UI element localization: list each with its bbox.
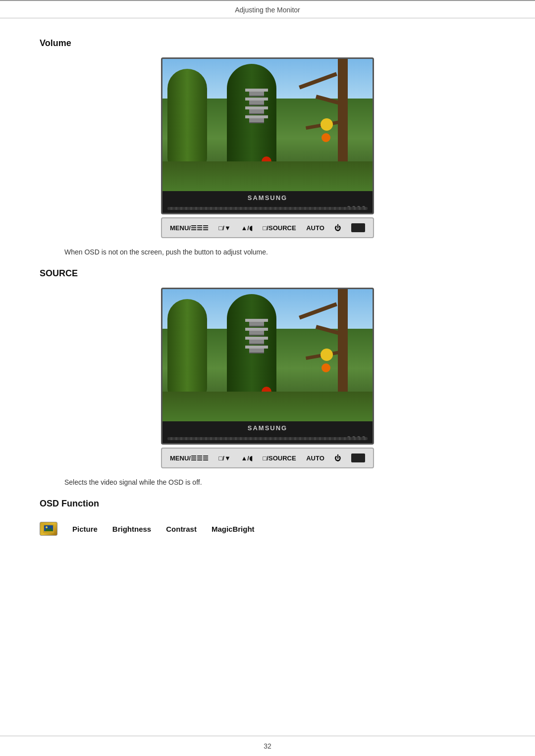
tree-left-1 [167,69,207,168]
pagoda-tier-1 [249,89,264,97]
pagoda-1 [249,89,264,138]
pagoda-tier-2 [249,98,264,105]
osd-magicbright-label: MagicBright [212,525,255,533]
page-number: 32 [264,742,271,750]
volume-heading: Volume [40,38,495,49]
tree-left-2 [167,299,207,398]
content-area: Volume [0,18,535,559]
volume-bezel-bottom: SAMSUNG [161,191,374,214]
source-description: Selects the video signal while the OSD i… [40,478,495,486]
osd-picture-icon [40,522,57,536]
btn-up-mute-2[interactable]: ▲/◖ [241,454,252,462]
pagoda-tier-2-2 [249,328,264,336]
flower-orange-1 [321,133,330,142]
ground-1 [162,161,373,191]
osd-brightness-label: Brightness [112,525,151,533]
power-indicator [351,223,365,232]
volume-monitor-screen [161,57,374,191]
btn-source[interactable]: □/SOURCE [263,224,296,232]
btn-auto[interactable]: AUTO [306,224,324,232]
bezel-progress-1 [167,207,368,210]
osd-heading: OSD Function [40,499,495,509]
garden-scene-2 [162,289,373,421]
pagoda-tier-4 [249,115,264,123]
page-header: Adjusting the Monitor [0,1,535,18]
btn-power-2[interactable]: ⏻ [334,454,341,462]
flower-yellow-2 [321,349,333,361]
garden-scene-1 [162,59,373,191]
pagoda-tier-2-1 [249,319,264,327]
volume-monitor-container: SAMSUNG MENU/☰☰☰ □/▼ ▲/◖ □/SOURCE [40,57,495,238]
pagoda-tier-2-3 [249,337,264,345]
svg-point-3 [46,526,48,528]
source-bezel-bottom: SAMSUNG [161,421,374,445]
source-heading: SOURCE [40,268,495,279]
volume-description: When OSD is not on the screen, push the … [40,248,495,256]
source-button-panel: MENU/☰☰☰ □/▼ ▲/◖ □/SOURCE AUTO ⏻ [161,448,374,468]
power-indicator-2 [351,454,365,462]
source-monitor-container: SAMSUNG MENU/☰☰☰ □/▼ ▲/◖ □/SOURCE [40,288,495,468]
pagoda-2 [249,319,264,368]
volume-button-panel: MENU/☰☰☰ □/▼ ▲/◖ □/SOURCE AUTO ⏻ [161,217,374,238]
flower-yellow-1 [321,118,333,131]
page-footer: 32 [0,736,535,756]
btn-auto-2[interactable]: AUTO [306,454,324,462]
btn-menu[interactable]: MENU/☰☰☰ [170,224,209,232]
pagoda-tier-3 [249,106,264,114]
samsung-logo-1: SAMSUNG [248,194,287,202]
btn-back-down[interactable]: □/▼ [218,224,230,232]
btn-source-2[interactable]: □/SOURCE [263,454,296,462]
osd-menu-bar: Picture Brightness Contrast MagicBright [40,518,495,540]
picture-icon-svg [43,524,54,533]
volume-section: Volume [40,38,495,256]
source-section: SOURCE [40,268,495,486]
source-monitor-wrapper: SAMSUNG MENU/☰☰☰ □/▼ ▲/◖ □/SOURCE [161,288,374,468]
samsung-logo-2: SAMSUNG [248,424,287,432]
osd-contrast-label: Contrast [166,525,197,533]
btn-menu-2[interactable]: MENU/☰☰☰ [170,454,209,462]
osd-section: OSD Function Picture Brightness Contrast… [40,499,495,540]
ground-2 [162,392,373,421]
flower-orange-2 [321,363,330,372]
header-title: Adjusting the Monitor [235,6,300,14]
pagoda-tier-2-4 [249,346,264,353]
btn-up-mute[interactable]: ▲/◖ [241,224,252,232]
btn-power[interactable]: ⏻ [334,224,341,232]
osd-picture-label: Picture [72,525,98,533]
btn-back-down-2[interactable]: □/▼ [218,454,230,462]
volume-monitor-wrapper: SAMSUNG MENU/☰☰☰ □/▼ ▲/◖ □/SOURCE [161,57,374,238]
source-monitor-screen [161,288,374,421]
bezel-progress-2 [167,437,368,440]
